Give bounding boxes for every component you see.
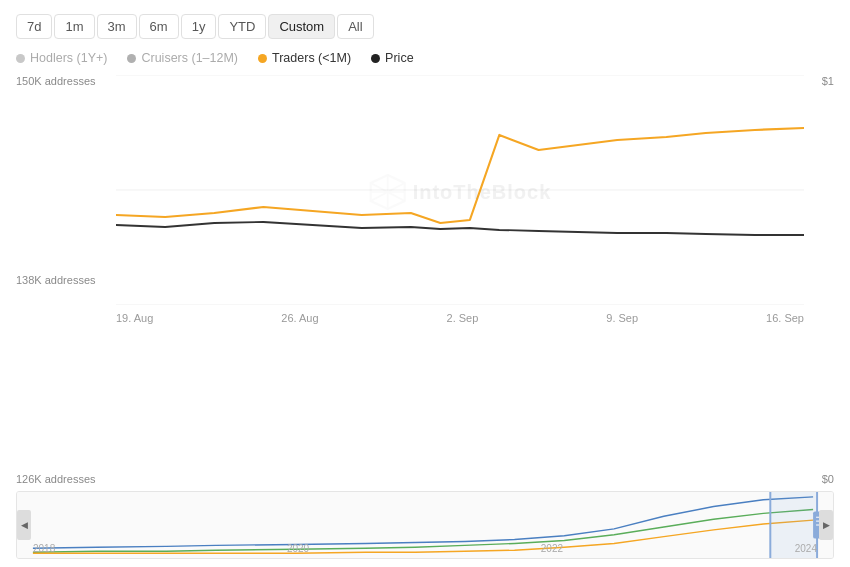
x-label-1: 26. Aug bbox=[281, 312, 318, 324]
btn-6m[interactable]: 6m bbox=[139, 14, 179, 39]
main-svg bbox=[116, 75, 804, 305]
scroll-right-button[interactable]: ▶ bbox=[819, 510, 833, 540]
btn-3m[interactable]: 3m bbox=[97, 14, 137, 39]
x-label-4: 16. Sep bbox=[766, 312, 804, 324]
y-right-top: $1 bbox=[822, 75, 834, 87]
btn-7d[interactable]: 7d bbox=[16, 14, 52, 39]
y-mid-label: 138K addresses bbox=[16, 274, 116, 286]
legend-traders: Traders (<1M) bbox=[258, 51, 351, 65]
time-range-toolbar: 7d 1m 3m 6m 1y YTD Custom All bbox=[16, 14, 834, 39]
main-chart-area: 150K addresses 138K addresses 126K addre… bbox=[16, 75, 834, 485]
main-container: 7d 1m 3m 6m 1y YTD Custom All Hodlers (1… bbox=[0, 0, 850, 567]
cruisers-label: Cruisers (1–12M) bbox=[141, 51, 238, 65]
y-axis-right: $1 $0 bbox=[804, 75, 834, 485]
btn-all[interactable]: All bbox=[337, 14, 373, 39]
chart-legend: Hodlers (1Y+) Cruisers (1–12M) Traders (… bbox=[16, 51, 834, 65]
price-label: Price bbox=[385, 51, 413, 65]
legend-cruisers: Cruisers (1–12M) bbox=[127, 51, 238, 65]
y-right-bot: $0 bbox=[822, 473, 834, 485]
svg-rect-8 bbox=[17, 492, 833, 558]
overview-section: ◀ ▶ bbox=[16, 491, 834, 559]
x-label-3: 9. Sep bbox=[606, 312, 638, 324]
btn-ytd[interactable]: YTD bbox=[218, 14, 266, 39]
x-label-2: 2. Sep bbox=[447, 312, 479, 324]
legend-hodlers: Hodlers (1Y+) bbox=[16, 51, 107, 65]
price-dot bbox=[371, 54, 380, 63]
btn-1m[interactable]: 1m bbox=[54, 14, 94, 39]
btn-custom[interactable]: Custom bbox=[268, 14, 335, 39]
traders-label: Traders (<1M) bbox=[272, 51, 351, 65]
x-label-0: 19. Aug bbox=[116, 312, 153, 324]
hodlers-dot bbox=[16, 54, 25, 63]
legend-price: Price bbox=[371, 51, 413, 65]
traders-dot bbox=[258, 54, 267, 63]
scroll-left-button[interactable]: ◀ bbox=[17, 510, 31, 540]
overview-svg bbox=[17, 492, 833, 558]
chart-svg-container: IntoTheBlock bbox=[116, 75, 804, 309]
svg-rect-9 bbox=[770, 492, 817, 558]
y-axis-left: 150K addresses 138K addresses 126K addre… bbox=[16, 75, 116, 485]
hodlers-label: Hodlers (1Y+) bbox=[30, 51, 107, 65]
y-bot-label: 126K addresses bbox=[16, 473, 116, 485]
y-top-label: 150K addresses bbox=[16, 75, 116, 87]
x-axis: 19. Aug 26. Aug 2. Sep 9. Sep 16. Sep bbox=[116, 309, 804, 324]
cruisers-dot bbox=[127, 54, 136, 63]
btn-1y[interactable]: 1y bbox=[181, 14, 217, 39]
